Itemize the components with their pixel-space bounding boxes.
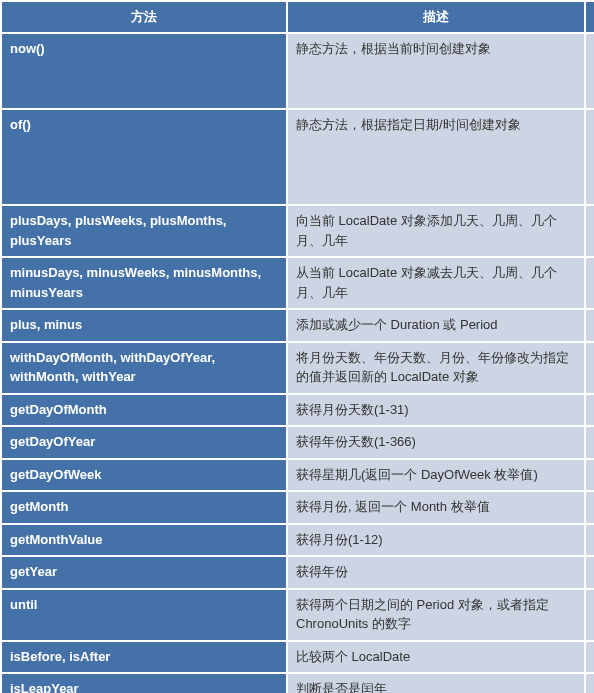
description-cell: 获得年份: [287, 556, 585, 589]
side-cell: [585, 33, 594, 109]
table-row: isLeapYear 判断是否是闰年: [1, 673, 594, 693]
header-spacer: [585, 1, 594, 33]
side-cell: [585, 641, 594, 674]
description-cell: 比较两个 LocalDate: [287, 641, 585, 674]
description-cell: 判断是否是闰年: [287, 673, 585, 693]
table-row: now() 静态方法，根据当前时间创建对象: [1, 33, 594, 109]
table-row: getDayOfWeek 获得星期几(返回一个 DayOfWeek 枚举值): [1, 459, 594, 492]
side-cell: [585, 257, 594, 309]
description-cell: 获得月份, 返回一个 Month 枚举值: [287, 491, 585, 524]
method-cell: isLeapYear: [1, 673, 287, 693]
method-cell: getDayOfMonth: [1, 394, 287, 427]
method-cell: getYear: [1, 556, 287, 589]
side-cell: [585, 556, 594, 589]
description-cell: 将月份天数、年份天数、月份、年份修改为指定的值并返回新的 LocalDate 对…: [287, 342, 585, 394]
table-row: plusDays, plusWeeks, plusMonths, plusYea…: [1, 205, 594, 257]
method-cell: getMonth: [1, 491, 287, 524]
description-cell: 获得月份(1-12): [287, 524, 585, 557]
side-cell: [585, 524, 594, 557]
method-cell: minusDays, minusWeeks, minusMonths, minu…: [1, 257, 287, 309]
method-cell: of(): [1, 109, 287, 205]
table-row: plus, minus 添加或减少一个 Duration 或 Period: [1, 309, 594, 342]
description-cell: 向当前 LocalDate 对象添加几天、几周、几个月、几年: [287, 205, 585, 257]
side-cell: [585, 205, 594, 257]
description-cell: 静态方法，根据指定日期/时间创建对象: [287, 109, 585, 205]
side-cell: [585, 589, 594, 641]
side-cell: [585, 426, 594, 459]
table-row: getYear 获得年份: [1, 556, 594, 589]
table-row: getDayOfMonth 获得月份天数(1-31): [1, 394, 594, 427]
method-cell: plus, minus: [1, 309, 287, 342]
table-row: of() 静态方法，根据指定日期/时间创建对象: [1, 109, 594, 205]
method-cell: until: [1, 589, 287, 641]
description-cell: 获得月份天数(1-31): [287, 394, 585, 427]
header-description: 描述: [287, 1, 585, 33]
header-method: 方法: [1, 1, 287, 33]
description-cell: 获得两个日期之间的 Period 对象，或者指定 ChronoUnits 的数字: [287, 589, 585, 641]
description-cell: 从当前 LocalDate 对象减去几天、几周、几个月、几年: [287, 257, 585, 309]
table-row: withDayOfMonth, withDayOfYear, withMonth…: [1, 342, 594, 394]
method-cell: getMonthValue: [1, 524, 287, 557]
side-cell: [585, 459, 594, 492]
method-cell: now(): [1, 33, 287, 109]
method-cell: getDayOfYear: [1, 426, 287, 459]
side-cell: [585, 491, 594, 524]
table-row: getMonth 获得月份, 返回一个 Month 枚举值: [1, 491, 594, 524]
table-header-row: 方法 描述: [1, 1, 594, 33]
table-row: getMonthValue 获得月份(1-12): [1, 524, 594, 557]
description-cell: 获得年份天数(1-366): [287, 426, 585, 459]
table-row: minusDays, minusWeeks, minusMonths, minu…: [1, 257, 594, 309]
method-cell: isBefore, isAfter: [1, 641, 287, 674]
side-cell: [585, 673, 594, 693]
description-cell: 静态方法，根据当前时间创建对象: [287, 33, 585, 109]
side-cell: [585, 309, 594, 342]
api-methods-table: 方法 描述 now() 静态方法，根据当前时间创建对象 of() 静态方法，根据…: [0, 0, 594, 693]
table-row: isBefore, isAfter 比较两个 LocalDate: [1, 641, 594, 674]
side-cell: [585, 109, 594, 205]
side-cell: [585, 342, 594, 394]
side-cell: [585, 394, 594, 427]
method-cell: withDayOfMonth, withDayOfYear, withMonth…: [1, 342, 287, 394]
method-cell: plusDays, plusWeeks, plusMonths, plusYea…: [1, 205, 287, 257]
description-cell: 获得星期几(返回一个 DayOfWeek 枚举值): [287, 459, 585, 492]
description-cell: 添加或减少一个 Duration 或 Period: [287, 309, 585, 342]
method-cell: getDayOfWeek: [1, 459, 287, 492]
table-row: getDayOfYear 获得年份天数(1-366): [1, 426, 594, 459]
table-row: until 获得两个日期之间的 Period 对象，或者指定 ChronoUni…: [1, 589, 594, 641]
